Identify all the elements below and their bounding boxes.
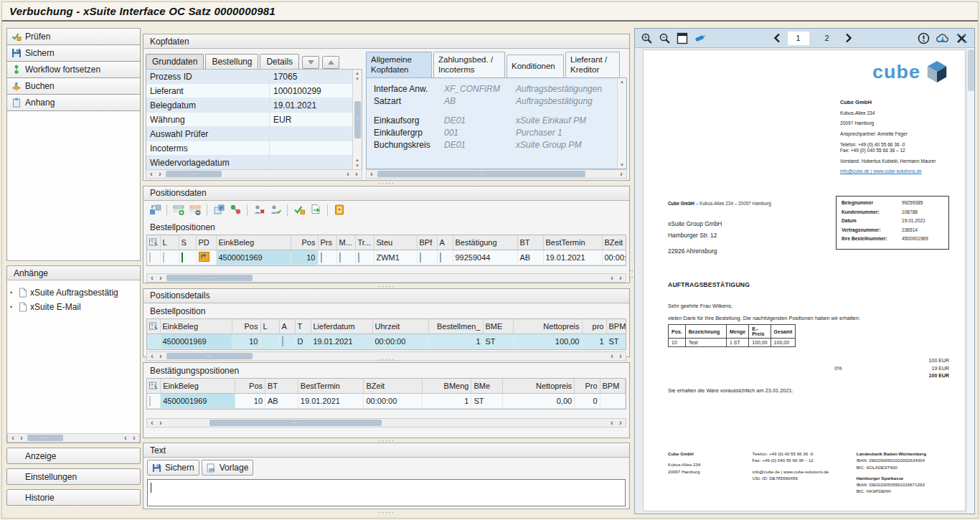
tab-lieferant-kreditor[interactable]: Lieferant / Kreditor bbox=[565, 52, 620, 77]
previous-page-icon[interactable] bbox=[773, 33, 781, 43]
cell-einkbeleg[interactable]: 4500001969 bbox=[161, 394, 235, 409]
checkbox[interactable] bbox=[440, 252, 441, 263]
scroll-down-icon[interactable]: ▼ bbox=[355, 163, 359, 169]
cell-bpm[interactable]: ST bbox=[606, 334, 626, 349]
scroll-down-icon[interactable]: ▼ bbox=[355, 76, 359, 82]
pruefen-button[interactable]: Prüfen bbox=[7, 29, 140, 45]
scrollbar-thumb[interactable] bbox=[166, 353, 253, 359]
checkbox[interactable] bbox=[420, 252, 421, 263]
cell-bpf[interactable] bbox=[417, 250, 437, 265]
cell-pro[interactable]: 0 bbox=[575, 394, 600, 409]
cell-einkbeleg[interactable]: 4500001969 bbox=[216, 250, 291, 265]
scroll-right-icon[interactable]: › bbox=[617, 170, 626, 178]
checkbox[interactable] bbox=[321, 252, 322, 263]
cell-bt[interactable]: AB bbox=[517, 250, 543, 265]
cell-t[interactable]: D bbox=[295, 334, 311, 349]
copy-position-icon[interactable]: P bbox=[212, 203, 226, 217]
scroll-right-icon[interactable]: › bbox=[352, 170, 361, 178]
section-splitter[interactable] bbox=[143, 438, 630, 443]
anhang-button[interactable]: Anhang bbox=[7, 95, 140, 111]
table-select-all-icon[interactable] bbox=[147, 235, 160, 250]
status-cell[interactable] bbox=[179, 250, 196, 265]
field-row[interactable]: Belegdatum19.01.2021 bbox=[146, 98, 352, 113]
bestaetigungsposition-row[interactable]: 4500001969 10 AB 19.01.2021 00:00:00 1 S… bbox=[147, 394, 626, 409]
scroll-left-icon[interactable]: ‹ bbox=[148, 274, 156, 282]
cell-lieferdatum[interactable]: 19.01.2021 bbox=[311, 334, 372, 349]
field-row[interactable]: WährungEUR bbox=[146, 113, 352, 127]
detail-horizontal-scrollbar[interactable]: ‹ › bbox=[366, 169, 627, 179]
scroll-right-icon[interactable]: › bbox=[156, 170, 164, 178]
scroll-left-icon[interactable]: ‹ bbox=[344, 170, 352, 178]
cell-bestaetigung[interactable]: 99259044 bbox=[453, 250, 517, 265]
section-splitter[interactable] bbox=[143, 181, 630, 186]
tools-icon[interactable] bbox=[956, 32, 969, 44]
panel-splitter[interactable] bbox=[631, 34, 633, 514]
page-2[interactable]: 2 bbox=[816, 32, 838, 45]
text-input[interactable] bbox=[147, 479, 626, 506]
scrollbar-thumb[interactable] bbox=[209, 420, 382, 426]
attachment-item[interactable]: • xSuite E-Mail bbox=[10, 300, 137, 314]
section-splitter[interactable] bbox=[143, 283, 630, 288]
tab-bestellung[interactable]: Bestellung bbox=[205, 54, 258, 69]
pdf-vertical-scrollbar[interactable] bbox=[966, 48, 974, 514]
cell-bme[interactable]: ST bbox=[483, 334, 513, 349]
highlighter-icon[interactable] bbox=[694, 32, 707, 44]
cloud-download-icon[interactable] bbox=[936, 32, 950, 44]
einstellungen-button[interactable]: Einstellungen bbox=[6, 468, 141, 485]
pd-cell[interactable] bbox=[196, 250, 216, 265]
scrollbar-thumb[interactable] bbox=[968, 49, 974, 91]
checkbox[interactable] bbox=[358, 252, 359, 263]
cell-bzeit[interactable]: 00:00:00 bbox=[364, 394, 422, 409]
scrollbar-thumb[interactable] bbox=[27, 435, 63, 441]
scroll-left-icon[interactable]: ‹ bbox=[9, 434, 17, 442]
cell-l[interactable] bbox=[160, 250, 179, 265]
field-row[interactable]: Wiedervorlagedatum bbox=[146, 156, 352, 169]
cell-steu[interactable]: ZWM1 bbox=[374, 250, 417, 265]
historie-button[interactable]: Historie bbox=[6, 489, 141, 506]
scrollbar-thumb[interactable] bbox=[354, 101, 361, 138]
scroll-right-icon[interactable]: › bbox=[17, 434, 26, 442]
zoom-out-icon[interactable] bbox=[659, 32, 671, 44]
insert-row-icon[interactable] bbox=[171, 203, 186, 217]
scroll-right-icon[interactable]: › bbox=[616, 419, 625, 427]
cell-nettopreis[interactable]: 0,00 bbox=[503, 394, 575, 409]
scroll-left-icon[interactable]: ‹ bbox=[608, 419, 616, 427]
alert-icon[interactable] bbox=[918, 32, 930, 44]
scroll-right-icon[interactable]: › bbox=[130, 434, 138, 442]
tab-konditionen[interactable]: Konditionen bbox=[507, 55, 564, 77]
cell-besttermin[interactable]: 19.01.2021 bbox=[543, 250, 602, 265]
unlock-icon[interactable] bbox=[332, 203, 347, 217]
scroll-right-icon[interactable]: › bbox=[156, 274, 165, 282]
cell-bmeng[interactable]: 1 bbox=[422, 394, 471, 409]
fit-page-icon[interactable] bbox=[677, 32, 688, 44]
tab-grunddaten[interactable]: Grunddaten bbox=[146, 54, 204, 69]
approve-user-icon[interactable] bbox=[268, 203, 283, 217]
forward-document-icon[interactable] bbox=[308, 203, 323, 217]
zoom-in-icon[interactable] bbox=[641, 32, 653, 44]
field-row[interactable]: Prozess ID17065 bbox=[146, 70, 352, 84]
cell-l[interactable] bbox=[260, 334, 279, 349]
scrollbar-thumb[interactable] bbox=[166, 275, 253, 281]
scroll-up-icon[interactable]: ▲ bbox=[355, 70, 359, 76]
reject-user-icon[interactable] bbox=[252, 203, 266, 217]
check-position-icon[interactable] bbox=[292, 203, 306, 217]
cell-pos[interactable]: 10 bbox=[232, 334, 260, 349]
next-page-icon[interactable] bbox=[845, 33, 852, 43]
scroll-left-icon[interactable]: ‹ bbox=[367, 170, 376, 178]
sichern-button[interactable]: Sichern bbox=[7, 45, 140, 62]
attachments-horizontal-scrollbar[interactable]: ‹› ‹› bbox=[7, 433, 140, 443]
cell-bestellmenge[interactable]: 1 bbox=[428, 334, 483, 349]
bestaetigungspositionen-horizontal-scrollbar[interactable]: ‹› ‹› bbox=[146, 418, 626, 427]
tab-zahlungsbed-incoterms[interactable]: Zahlungsbed. / Incoterms bbox=[433, 52, 505, 77]
cell-pos[interactable]: 10 bbox=[291, 250, 318, 265]
cell-einkbeleg[interactable]: 4500001969 bbox=[160, 334, 232, 349]
tab-allgemeine-kopfdaten[interactable]: Allgemeine Kopfdaten bbox=[366, 52, 432, 77]
row-selector[interactable] bbox=[147, 250, 160, 265]
cell-prs[interactable] bbox=[318, 250, 336, 265]
scroll-right-icon[interactable]: › bbox=[156, 419, 165, 427]
scroll-left-icon[interactable]: ‹ bbox=[121, 434, 130, 442]
match-positions-icon[interactable] bbox=[228, 203, 242, 217]
cell-bpm[interactable] bbox=[600, 394, 625, 409]
text-sichern-button[interactable]: Sichern bbox=[147, 460, 199, 476]
scroll-down-icon[interactable]: ▼ bbox=[620, 162, 624, 168]
